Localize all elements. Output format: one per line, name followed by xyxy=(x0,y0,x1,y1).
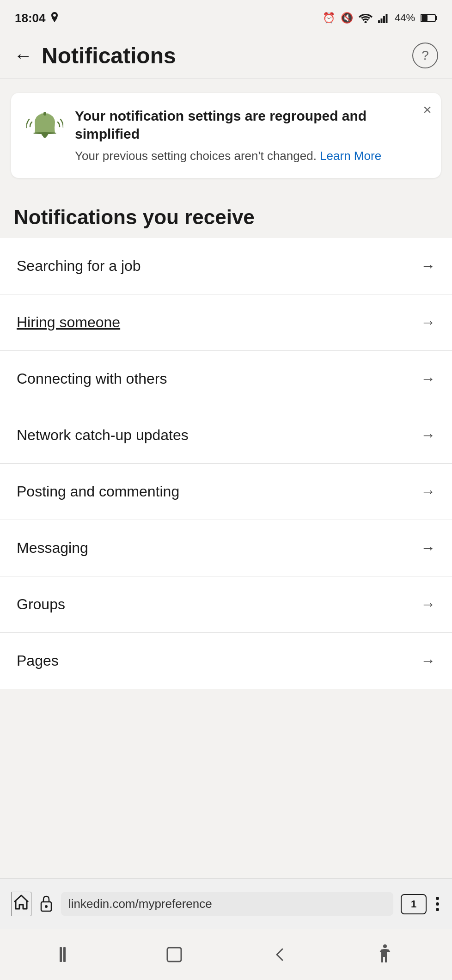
notification-banner: Your notification settings are regrouped… xyxy=(11,93,441,178)
menu-dot-3 xyxy=(436,908,439,911)
list-item-label: Groups xyxy=(17,596,65,613)
help-button[interactable]: ? xyxy=(412,43,438,68)
location-icon xyxy=(49,12,60,24)
menu-dot-1 xyxy=(436,897,439,900)
header-left: ← Notifications xyxy=(14,43,176,68)
help-icon: ? xyxy=(421,48,429,63)
page-title: Notifications xyxy=(42,43,176,68)
list-item-label: Messaging xyxy=(17,539,88,557)
list-item-posting-commenting[interactable]: Posting and commenting → xyxy=(0,464,452,520)
wifi-icon xyxy=(359,13,373,23)
svg-rect-3 xyxy=(383,16,385,23)
arrow-icon: → xyxy=(421,596,435,613)
status-time: 18:04 xyxy=(15,11,46,25)
back-nav-icon xyxy=(273,945,287,964)
arrow-icon: → xyxy=(421,257,435,275)
svg-point-11 xyxy=(43,134,47,138)
nav-recent-button[interactable] xyxy=(59,945,75,964)
browser-menu-button[interactable] xyxy=(434,895,441,913)
list-item-label: Pages xyxy=(17,652,59,669)
banner-title: Your notification settings are regrouped… xyxy=(75,107,428,143)
list-item-connecting-with-others[interactable]: Connecting with others → xyxy=(0,351,452,407)
menu-dot-2 xyxy=(436,902,439,906)
list-item-searching-for-a-job[interactable]: Searching for a job → xyxy=(0,238,452,294)
list-item-label: Posting and commenting xyxy=(17,483,179,500)
browser-home-button[interactable] xyxy=(11,892,31,916)
home-nav-icon xyxy=(165,945,183,964)
section-title: Notifications you receive xyxy=(0,192,452,238)
accessibility-icon xyxy=(377,944,393,965)
banner-subtitle: Your previous setting choices aren't cha… xyxy=(75,147,428,164)
header: ← Notifications ? xyxy=(0,32,452,79)
svg-rect-4 xyxy=(385,14,387,23)
list-item-network-catchup[interactable]: Network catch-up updates → xyxy=(0,407,452,464)
list-item-messaging[interactable]: Messaging → xyxy=(0,520,452,576)
list-item-label: Hiring someone xyxy=(17,314,120,331)
svg-point-0 xyxy=(364,21,366,24)
status-time-area: 18:04 xyxy=(15,11,60,25)
bell-icon xyxy=(26,109,63,146)
home-icon xyxy=(12,893,31,911)
nav-home-button[interactable] xyxy=(165,945,183,964)
svg-rect-9 xyxy=(43,112,46,116)
svg-point-13 xyxy=(45,905,48,908)
notification-list: Searching for a job → Hiring someone → C… xyxy=(0,238,452,689)
arrow-icon: → xyxy=(421,427,435,444)
list-item-pages[interactable]: Pages → xyxy=(0,633,452,689)
svg-rect-1 xyxy=(378,20,380,23)
back-button[interactable]: ← xyxy=(14,46,32,65)
arrow-icon: → xyxy=(421,652,435,669)
svg-point-17 xyxy=(383,944,387,948)
svg-rect-14 xyxy=(60,947,62,962)
browser-bar: linkedin.com/mypreference 1 xyxy=(0,878,452,929)
lock-icon xyxy=(39,894,54,914)
browser-tab-count[interactable]: 1 xyxy=(401,894,427,914)
list-item-label: Searching for a job xyxy=(17,257,141,275)
learn-more-link[interactable]: Learn More xyxy=(320,149,381,163)
list-item-groups[interactable]: Groups → xyxy=(0,576,452,633)
list-item-label: Network catch-up updates xyxy=(17,427,189,444)
signal-icon xyxy=(378,13,389,23)
list-item-label: Connecting with others xyxy=(17,370,167,387)
banner-close-button[interactable]: × xyxy=(423,102,432,117)
arrow-icon: → xyxy=(421,539,435,557)
recent-apps-icon xyxy=(59,945,75,964)
battery-percentage: 44% xyxy=(395,12,415,24)
nav-bar xyxy=(0,929,452,980)
svg-rect-6 xyxy=(435,16,437,20)
banner-content: Your notification settings are regrouped… xyxy=(75,107,428,164)
bell-icon-container xyxy=(24,107,66,148)
alarm-icon: ⏰ xyxy=(323,12,335,24)
svg-rect-2 xyxy=(380,18,382,23)
nav-back-button[interactable] xyxy=(273,945,287,964)
svg-rect-15 xyxy=(63,947,66,962)
status-bar: 18:04 ⏰ 🔇 44% xyxy=(0,0,452,32)
mute-icon: 🔇 xyxy=(341,12,353,24)
browser-url-bar[interactable]: linkedin.com/mypreference xyxy=(61,892,393,916)
svg-rect-16 xyxy=(167,948,181,962)
nav-accessibility-button[interactable] xyxy=(377,944,393,965)
status-icons: ⏰ 🔇 44% xyxy=(323,12,437,24)
arrow-icon: → xyxy=(421,370,435,387)
arrow-icon: → xyxy=(421,314,435,331)
list-item-hiring-someone[interactable]: Hiring someone → xyxy=(0,294,452,351)
main-content: Your notification settings are regrouped… xyxy=(0,79,452,878)
svg-rect-7 xyxy=(421,15,428,21)
arrow-icon: → xyxy=(421,483,435,500)
browser-url-text: linkedin.com/mypreference xyxy=(68,897,212,911)
battery-icon xyxy=(421,13,437,23)
